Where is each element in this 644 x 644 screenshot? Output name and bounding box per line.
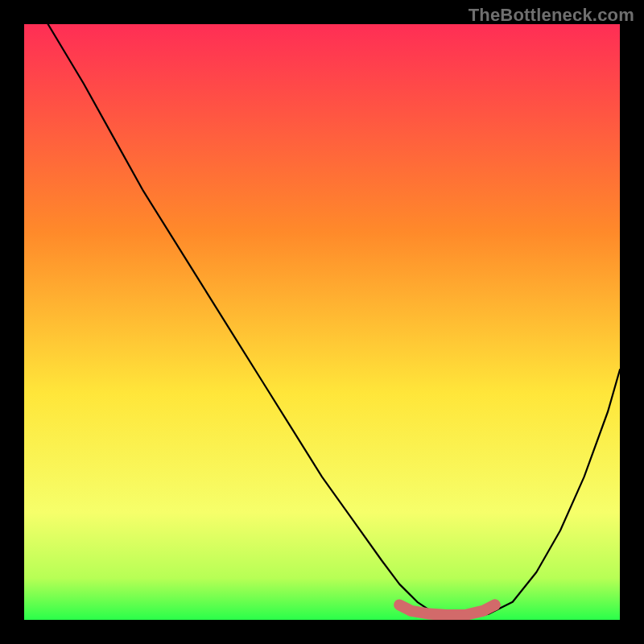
plot-area: [24, 24, 620, 620]
minimum-marker-path: [399, 605, 494, 616]
chart-container: TheBottleneck.com: [0, 0, 644, 644]
minimum-marker-end-dot: [489, 600, 501, 611]
curve-layer: [24, 24, 620, 620]
watermark-text: TheBottleneck.com: [469, 5, 634, 26]
bottleneck-curve-path: [48, 24, 620, 617]
